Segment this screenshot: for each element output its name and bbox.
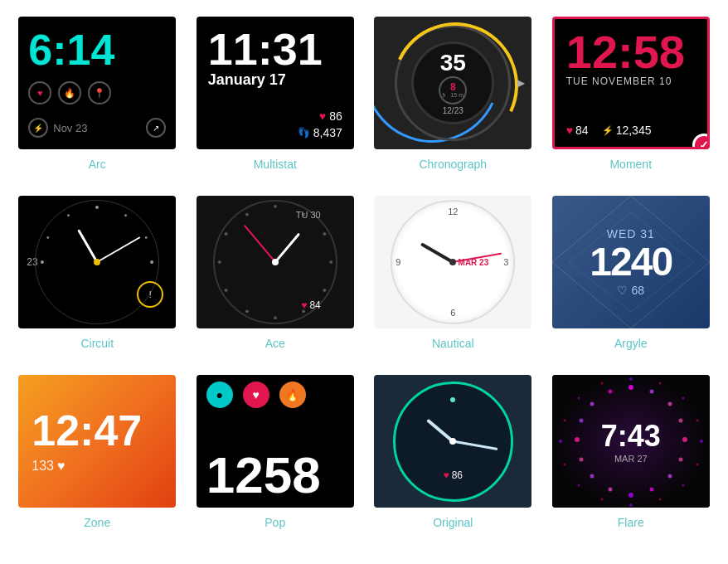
mom-stats: ♥ 84 ⚡ 12,345 <box>566 124 696 137</box>
flare-time: 7:43 <box>601 419 661 454</box>
circuit-dial <box>35 200 159 324</box>
watch-face-zone[interactable]: 12:47 133 ♥ <box>18 375 176 508</box>
watch-face-ace[interactable]: TU 30 ♥ 84 <box>197 196 354 328</box>
watch-face-circuit[interactable]: 23 ! <box>18 196 176 328</box>
svg-point-46 <box>629 503 633 507</box>
chrono-h-label: h <box>443 92 446 98</box>
arc-date: Nov 23 <box>53 122 87 134</box>
svg-point-53 <box>600 382 603 385</box>
svg-point-25 <box>678 419 682 423</box>
arc-flame-icon: 🔥 <box>58 81 81 105</box>
watch-item-multistat[interactable]: 11:31 January 17 ♥ 86 👣 8,437 Multistat <box>195 17 357 171</box>
zone-heart-icon: ♥ <box>57 459 66 474</box>
orig-dot-top <box>450 397 455 402</box>
watch-item-circuit[interactable]: 23 ! Circuit <box>17 196 178 350</box>
watch-item-chronograph[interactable]: 35 8 h 15 m 12/23 ▶ Chronograph <box>372 17 534 171</box>
mom-heart-icon: ♥ <box>566 124 573 137</box>
orig-heart-value: 86 <box>452 469 463 481</box>
svg-point-45 <box>658 498 661 501</box>
svg-point-44 <box>682 484 684 487</box>
ms-heart-stat: ♥ 86 <box>319 109 342 123</box>
watch-face-moment[interactable]: 12:58 TUE NOVEMBER 10 ♥ 84 ⚡ 12,345 ✓ <box>552 17 710 149</box>
watch-face-flare[interactable]: 7:43 MAR 27 <box>552 375 710 508</box>
svg-point-15 <box>224 289 227 292</box>
svg-point-42 <box>700 440 703 443</box>
ace-heart-icon: ♥ <box>301 299 307 311</box>
watch-item-argyle[interactable]: WED 31 1240 ♡ 68 Argyle <box>551 196 712 350</box>
naut-hour-hand <box>420 242 454 263</box>
svg-point-13 <box>274 316 277 319</box>
argyle-stat: ♡ 68 <box>617 284 644 297</box>
watch-face-chronograph[interactable]: 35 8 h 15 m 12/23 ▶ <box>374 17 531 149</box>
pop-teal-icon: ● <box>206 382 233 408</box>
ms-time: 11:31 <box>208 27 342 71</box>
svg-point-7 <box>274 205 277 208</box>
svg-point-29 <box>649 488 653 492</box>
zone-stat: 133 ♥ <box>32 459 65 474</box>
arc-label: Arc <box>89 158 106 171</box>
svg-point-43 <box>696 464 698 466</box>
svg-point-26 <box>682 437 687 442</box>
watch-item-moment[interactable]: 12:58 TUE NOVEMBER 10 ♥ 84 ⚡ 12,345 ✓ Mo… <box>551 17 712 171</box>
svg-point-47 <box>600 498 603 501</box>
svg-point-14 <box>245 309 249 313</box>
naut-3: 3 <box>503 257 508 267</box>
watch-face-arc[interactable]: 6:14 ♥ 🔥 📍 ⚡ Nov 23 ↗ <box>18 17 176 149</box>
ace-date: TU 30 <box>296 210 321 220</box>
svg-point-27 <box>678 458 682 462</box>
svg-point-36 <box>590 402 594 406</box>
svg-point-3 <box>150 260 153 264</box>
ms-date: January 17 <box>208 71 342 89</box>
chrono-hours: 8 <box>450 82 456 92</box>
naut-12: 12 <box>448 207 458 216</box>
ms-heart-value: 86 <box>329 109 342 123</box>
svg-point-30 <box>629 493 633 498</box>
ms-steps-stat: 👣 8,437 <box>298 126 342 139</box>
watch-face-pop[interactable]: ● ♥ 🔥 1258 <box>197 375 354 508</box>
chrono-outer: 35 8 h 15 m 12/23 <box>395 25 511 141</box>
argyle-heart-icon: ♡ <box>617 284 628 297</box>
zone-steps-value: 133 <box>32 459 54 474</box>
watch-item-ace[interactable]: TU 30 ♥ 84 Ace <box>195 196 357 350</box>
watch-face-argyle[interactable]: WED 31 1240 ♡ 68 <box>552 196 710 328</box>
arc-step-icon: ⚡ <box>28 118 48 138</box>
ms-heart-icon: ♥ <box>319 109 326 123</box>
arc-loc-icon: ↗ <box>146 118 166 138</box>
watch-item-original[interactable]: ♥ 86 Original <box>372 375 534 529</box>
watch-face-multistat[interactable]: 11:31 January 17 ♥ 86 👣 8,437 <box>197 17 354 149</box>
ms-steps-value: 8,437 <box>313 126 342 139</box>
svg-point-34 <box>575 437 580 442</box>
svg-point-32 <box>590 474 594 479</box>
svg-point-33 <box>579 458 583 462</box>
watch-item-pop[interactable]: ● ♥ 🔥 1258 Pop <box>195 375 357 529</box>
svg-point-48 <box>577 484 580 487</box>
naut-center-dot <box>449 259 456 265</box>
naut-6: 6 <box>450 308 455 318</box>
svg-point-16 <box>218 260 221 264</box>
watch-item-flare[interactable]: 7:43 MAR 27 Flare <box>551 375 712 529</box>
watch-item-arc[interactable]: 6:14 ♥ 🔥 📍 ⚡ Nov 23 ↗ Arc <box>17 17 178 171</box>
arc-heart-icon: ♥ <box>28 81 51 105</box>
argyle-day: WED 31 <box>607 227 655 241</box>
watch-face-nautical[interactable]: 12 3 6 9 MAR 23 <box>374 196 531 328</box>
circuit-badge: ! <box>137 281 163 308</box>
svg-point-17 <box>224 232 227 236</box>
watch-item-zone[interactable]: 12:47 133 ♥ Zone <box>17 375 178 529</box>
svg-point-23 <box>649 390 653 394</box>
svg-point-28 <box>667 474 672 479</box>
flare-label: Flare <box>618 516 644 529</box>
arc-bottom: ⚡ Nov 23 ↗ <box>28 114 166 141</box>
chrono-small-ring: 8 h 15 m <box>439 76 467 105</box>
mom-steps-stat: ⚡ 12,345 <box>602 124 652 137</box>
svg-point-50 <box>559 440 562 443</box>
moment-label: Moment <box>609 158 652 171</box>
ace-center-dot <box>272 259 279 265</box>
watch-face-original[interactable]: ♥ 86 <box>374 375 531 508</box>
orig-dial: ♥ 86 <box>393 382 513 502</box>
orig-heart-icon: ♥ <box>444 469 449 481</box>
watch-item-nautical[interactable]: 12 3 6 9 MAR 23 Nautical <box>372 196 534 350</box>
ms-stats: ♥ 86 👣 8,437 <box>208 109 342 139</box>
arc-pin-icon: 📍 <box>88 81 111 105</box>
mom-month: NOVEMBER 10 <box>592 75 672 87</box>
svg-point-10 <box>329 260 332 264</box>
